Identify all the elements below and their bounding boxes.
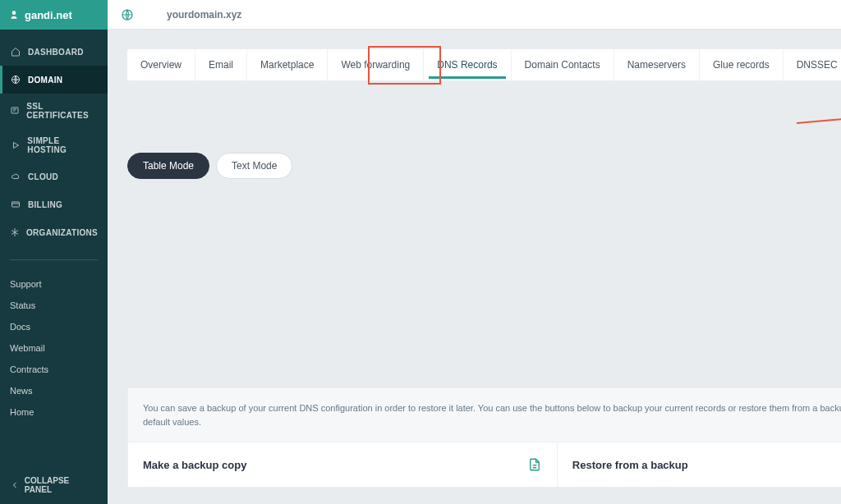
sidebar-link-news[interactable]: News: [0, 380, 108, 401]
sidebar-link-webmail[interactable]: Webmail: [0, 337, 108, 359]
sidebar-label: DOMAIN: [28, 76, 62, 85]
mode-toggle: Table Mode Text Mode: [127, 153, 841, 179]
sidebar-item-billing[interactable]: BILLING: [0, 190, 108, 218]
globe-icon[interactable]: [121, 8, 134, 21]
tab-dns-records[interactable]: DNS Records: [424, 49, 511, 80]
sidebar-item-hosting[interactable]: SIMPLE HOSTING: [0, 128, 108, 163]
add-row: Add: [127, 97, 841, 125]
tabs: Overview Email Marketplace Web forwardin…: [127, 49, 841, 80]
sidebar-item-ssl[interactable]: SSL CERTIFICATES: [0, 94, 108, 128]
restore-backup-label: Restore from a backup: [572, 459, 688, 471]
collapse-panel-button[interactable]: COLLAPSE PANEL: [0, 466, 108, 504]
nav-section-primary: DASHBOARD DOMAIN SSL CERTIFICATES SIMPLE…: [0, 30, 108, 254]
sidebar-label: SIMPLE HOSTING: [27, 136, 98, 154]
sidebar-link-status[interactable]: Status: [0, 295, 108, 316]
sidebar-label: CLOUD: [28, 172, 58, 181]
snowflake-icon: [10, 227, 20, 238]
sidebar: gandi.net DASHBOARD DOMAIN SSL CERTIFICA…: [0, 0, 108, 504]
tab-domain-contacts[interactable]: Domain Contacts: [512, 49, 614, 80]
sidebar-link-docs[interactable]: Docs: [0, 316, 108, 337]
chevron-left-icon: [10, 480, 20, 490]
annotation-arrow: [797, 110, 841, 126]
card-icon: [10, 199, 21, 210]
document-icon: [527, 457, 542, 472]
collapse-panel-label: COLLAPSE PANEL: [25, 476, 98, 494]
tab-marketplace[interactable]: Marketplace: [247, 49, 328, 80]
svg-point-0: [12, 11, 16, 15]
make-backup-button[interactable]: Make a backup copy: [128, 442, 558, 487]
sidebar-item-organizations[interactable]: ORGANIZATIONS: [0, 218, 108, 246]
make-backup-label: Make a backup copy: [143, 459, 246, 471]
tab-web-forwarding[interactable]: Web forwarding: [328, 49, 424, 80]
content: Overview Email Marketplace Web forwardin…: [108, 30, 841, 504]
svg-rect-3: [12, 202, 20, 207]
sidebar-link-contracts[interactable]: Contracts: [0, 359, 108, 380]
brand-logo[interactable]: gandi.net: [0, 0, 108, 30]
sidebar-label: BILLING: [28, 200, 62, 209]
restore-backup-button[interactable]: Restore from a backup: [558, 442, 841, 487]
domain-breadcrumb[interactable]: yourdomain.xyz: [167, 9, 241, 21]
sidebar-link-support[interactable]: Support: [0, 273, 108, 295]
sidebar-label: SSL CERTIFICATES: [26, 102, 98, 120]
cloud-icon: [10, 171, 21, 182]
sidebar-label: ORGANIZATIONS: [26, 228, 98, 237]
tab-overview[interactable]: Overview: [127, 49, 195, 80]
table-mode-button[interactable]: Table Mode: [127, 153, 209, 179]
backup-actions: Make a backup copy Restore from a backup: [127, 442, 841, 488]
sidebar-divider: [10, 259, 98, 260]
sidebar-link-home[interactable]: Home: [0, 401, 108, 423]
sidebar-item-cloud[interactable]: CLOUD: [0, 163, 108, 190]
backup-section: You can save a backup of your current DN…: [127, 387, 841, 488]
sidebar-label: DASHBOARD: [28, 48, 84, 57]
brand-logo-icon: [8, 9, 20, 21]
main: yourdomain.xyz Overview Email Marketplac…: [108, 0, 841, 504]
tab-nameservers[interactable]: Nameservers: [614, 49, 700, 80]
home-icon: [10, 46, 21, 57]
tab-email[interactable]: Email: [195, 49, 247, 80]
globe-icon: [10, 74, 21, 85]
certificate-icon: [10, 105, 20, 117]
topbar: yourdomain.xyz: [108, 0, 841, 30]
text-mode-button[interactable]: Text Mode: [216, 153, 292, 179]
backup-note: You can save a backup of your current DN…: [127, 387, 841, 442]
brand-name: gandi.net: [25, 9, 72, 21]
nav-section-links: Support Status Docs Webmail Contracts Ne…: [0, 265, 108, 431]
sidebar-item-domain[interactable]: DOMAIN: [0, 66, 108, 94]
svg-line-7: [797, 112, 841, 123]
tab-dnssec[interactable]: DNSSEC: [784, 49, 841, 80]
tab-glue-records[interactable]: Glue records: [700, 49, 784, 80]
sidebar-item-dashboard[interactable]: DASHBOARD: [0, 38, 108, 66]
play-icon: [10, 140, 21, 151]
